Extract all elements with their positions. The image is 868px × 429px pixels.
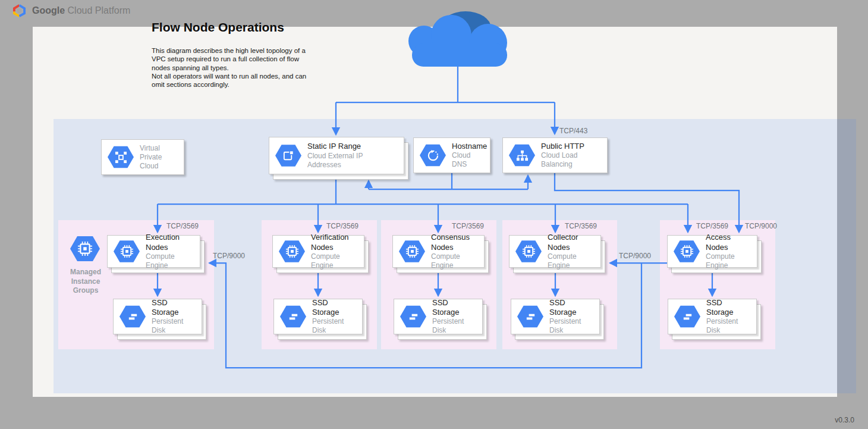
gcp-logo-icon [12, 4, 27, 17]
card-verification-nodes: Verification NodesCompute Engine [272, 235, 364, 268]
tcp-3569-label-verification: TCP/3569 [326, 222, 358, 230]
gcp-header: Google Cloud Platform [12, 4, 130, 17]
ssd-storage-subtitle: Persistent Disk [706, 317, 750, 335]
tcp-3569-label-access: TCP/3569 [696, 222, 728, 230]
load-balancing-icon [509, 144, 535, 167]
card-static-ip-range: Static IP Range Cloud External IP Addres… [269, 137, 404, 174]
brand-rest: Cloud Platform [68, 5, 131, 15]
tcp-3569-label-execution: TCP/3569 [166, 222, 199, 230]
card-ssd-storage-verification: SSD StoragePersistent Disk [273, 299, 363, 334]
ssd-storage-title: SSD Storage [152, 298, 196, 318]
hostname-subtitle: Cloud DNS [452, 151, 484, 169]
page-description: This diagram describes the high level to… [152, 46, 330, 89]
card-ssd-storage-access: SSD StoragePersistent Disk [668, 299, 757, 334]
internet-cloud-icon [406, 10, 513, 67]
tcp-9000-label-execution: TCP/9000 [213, 252, 245, 260]
tcp-3569-label-consensus: TCP/3569 [452, 222, 484, 230]
access-nodes-subtitle: Compute Engine [706, 252, 751, 270]
persistent-disk-icon [674, 305, 700, 328]
vpc-label-line2: Private Cloud [140, 153, 178, 171]
execution-nodes-subtitle: Compute Engine [146, 252, 194, 270]
compute-engine-icon [114, 240, 140, 263]
static-ip-title: Static IP Range [307, 142, 398, 151]
card-public-http: Public HTTP Cloud Load Balancing [502, 137, 608, 173]
tcp-3569-label-collector: TCP/3569 [565, 222, 597, 230]
public-http-title: Public HTTP [541, 142, 601, 151]
tcp-443-label: TCP/443 [559, 127, 587, 135]
card-ssd-storage-consensus: SSD StoragePersistent Disk [394, 299, 483, 334]
card-virtual-private-cloud: Virtual Private Cloud [101, 139, 184, 175]
ssd-storage-subtitle: Persistent Disk [432, 317, 476, 335]
compute-engine-icon [674, 240, 700, 263]
consensus-nodes-subtitle: Compute Engine [431, 252, 478, 270]
persistent-disk-icon [280, 305, 306, 328]
brand-bold: Google [32, 5, 65, 15]
persistent-disk-icon [517, 305, 543, 328]
gcp-brand-text: Google Cloud Platform [32, 5, 130, 16]
compute-engine-icon [515, 240, 542, 263]
static-ip-subtitle: Cloud External IP Addresses [307, 152, 398, 170]
ssd-storage-subtitle: Persistent Disk [549, 317, 593, 335]
managed-instance-groups-label: Managed Instance Groups [59, 268, 112, 296]
card-access-nodes: Access NodesCompute Engine [667, 235, 757, 268]
card-consensus-nodes: Consensus NodesCompute Engine [392, 235, 485, 268]
card-collector-nodes: Collector NodesCompute Engine [509, 235, 601, 268]
external-ip-icon [275, 145, 301, 167]
hostname-title: Hostname [452, 142, 484, 151]
persistent-disk-icon [119, 305, 146, 328]
compute-engine-icon [279, 240, 305, 263]
verification-nodes-subtitle: Compute Engine [311, 252, 358, 270]
collector-nodes-title: Collector Nodes [548, 233, 595, 252]
access-nodes-title: Access Nodes [706, 233, 751, 252]
consensus-nodes-title: Consensus Nodes [431, 233, 478, 252]
compute-engine-icon [399, 240, 425, 263]
verification-nodes-title: Verification Nodes [311, 233, 358, 252]
ssd-storage-subtitle: Persistent Disk [312, 317, 356, 335]
ssd-storage-title: SSD Storage [549, 298, 593, 318]
vpc-icon [108, 146, 134, 168]
public-http-subtitle: Cloud Load Balancing [541, 151, 601, 169]
diagram-page: Google Cloud Platform Flow Node Operatio… [0, 0, 868, 429]
version-label: v0.3.0 [835, 416, 854, 424]
persistent-disk-icon [400, 305, 426, 328]
cloud-dns-icon [420, 144, 446, 167]
card-execution-nodes: Execution NodesCompute Engine [107, 235, 200, 268]
tcp-9000-label-collector: TCP/9000 [619, 252, 651, 260]
card-hostname: Hostname Cloud DNS [413, 137, 490, 173]
collector-nodes-subtitle: Compute Engine [548, 252, 595, 270]
card-ssd-storage-collector: SSD StoragePersistent Disk [511, 299, 600, 334]
page-title: Flow Node Operations [152, 20, 284, 35]
ssd-storage-title: SSD Storage [432, 298, 476, 318]
vpc-label-line1: Virtual [140, 144, 178, 153]
ssd-storage-title: SSD Storage [312, 298, 356, 318]
tcp-9000-label-access: TCP/9000 [745, 222, 777, 230]
card-ssd-storage-execution: SSD StoragePersistent Disk [113, 299, 202, 334]
execution-nodes-title: Execution Nodes [146, 233, 194, 252]
ssd-storage-title: SSD Storage [706, 298, 750, 318]
ssd-storage-subtitle: Persistent Disk [152, 317, 196, 335]
